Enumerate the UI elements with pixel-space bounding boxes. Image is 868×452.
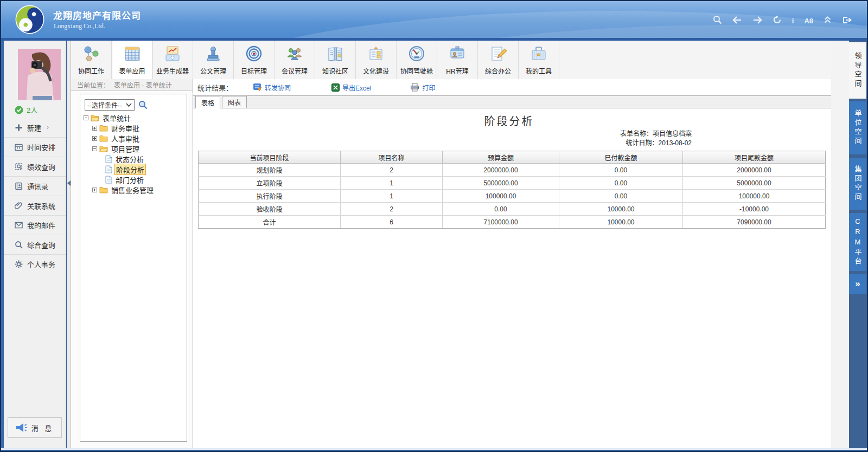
tab-chart[interactable]: 图表 — [222, 96, 247, 108]
forward-collab-button[interactable]: 转发协同 — [253, 83, 291, 92]
tree-leaf-phase-analysis[interactable]: 阶段分析 — [80, 164, 187, 175]
breadcrumb: 当前位置： 表单应用 - 表单统计 — [71, 79, 193, 91]
id-card-icon — [448, 43, 467, 65]
toolbar-item-hr[interactable]: HR管理 — [437, 41, 478, 79]
toolbar-item-knowledge[interactable]: 知识社区 — [315, 41, 356, 79]
document-icon — [105, 176, 112, 184]
forward-doc-icon — [253, 83, 262, 92]
bottom-frame-strip — [1, 448, 867, 450]
toolbar-item-collaboration[interactable]: 协同工作 — [71, 41, 112, 79]
col-header-balance: 项目尾款金额 — [683, 151, 826, 164]
tree-search-icon[interactable] — [138, 100, 148, 109]
calendar-icon — [15, 143, 23, 151]
font-size-icon[interactable]: A8 — [804, 17, 813, 25]
print-button[interactable]: 打印 — [410, 83, 435, 92]
sidebar-item-new[interactable]: 新建 › — [4, 118, 66, 137]
col-header-phase: 当前项目阶段 — [199, 151, 341, 164]
rail-tab-group-space[interactable]: 集团空间 — [849, 158, 866, 210]
stat-date-value: 2013-08-02 — [659, 139, 692, 147]
stats-result-label: 统计结果： — [197, 82, 233, 93]
toolbar-item-forms[interactable]: 表单应用 — [112, 41, 152, 79]
tree-node-projects[interactable]: 项目管理 — [80, 144, 187, 154]
sidebar-item-query[interactable]: 综合查询 — [4, 235, 66, 254]
magnifier-icon — [15, 241, 23, 249]
tree-node-root[interactable]: 表单统计 — [80, 113, 187, 123]
minus-box-icon[interactable] — [92, 146, 97, 151]
company-logo — [15, 5, 44, 34]
message-button[interactable]: 消 息 — [8, 417, 62, 438]
tree-leaf-department-analysis[interactable]: 部门分析 — [80, 175, 187, 185]
toolbar-item-cockpit[interactable]: 协同驾驶舱 — [397, 41, 437, 79]
sidebar-item-schedule[interactable]: 时间安排 — [4, 137, 66, 157]
minus-box-icon[interactable] — [84, 115, 88, 120]
app-window: 龙翔房地产有限公司 Longxiang Co.,Ltd. i A8 — [0, 0, 868, 452]
form-table-icon — [123, 43, 142, 65]
tree-node-sales[interactable]: 销售业务管理 — [80, 185, 187, 195]
tree-node-hr[interactable]: 人事审批 — [80, 133, 187, 144]
toolbar-item-generator[interactable]: 业务生成器 — [152, 41, 193, 79]
sidebar-item-personal[interactable]: 个人事务 — [4, 254, 66, 274]
collapse-up-icon[interactable] — [824, 16, 832, 26]
tree-node-finance[interactable]: 财务审批 — [80, 123, 187, 133]
sidebar-item-contacts[interactable]: 通讯录 — [4, 176, 66, 196]
rail-collapse-button[interactable]: » — [849, 274, 866, 294]
toolbar-item-documents[interactable]: 公文管理 — [193, 41, 234, 79]
logout-icon[interactable] — [842, 16, 852, 27]
condition-select[interactable]: --选择条件-- — [85, 99, 135, 111]
plus-box-icon[interactable] — [92, 188, 97, 192]
tree-leaf-status-analysis[interactable]: 状态分析 — [80, 154, 187, 164]
company-name-en: Longxiang Co.,Ltd. — [54, 22, 105, 30]
plus-box-icon[interactable] — [92, 136, 97, 141]
right-gap-strip — [831, 41, 849, 448]
col-header-project-count: 项目名称 — [341, 151, 443, 164]
toolbar-item-meetings[interactable]: 会议管理 — [275, 41, 315, 79]
col-header-budget: 预算金额 — [443, 151, 559, 164]
speaker-icon — [16, 423, 28, 432]
right-rail: 领导空间 单位空间 集团空间 CRM平台 » — [849, 41, 867, 448]
plus-box-icon[interactable] — [92, 126, 97, 131]
breadcrumb-path: 表单应用 - 表单统计 — [114, 80, 172, 89]
info-icon[interactable]: i — [792, 17, 794, 25]
toolbar-item-tools[interactable]: 我的工具 — [519, 41, 559, 79]
briefcase-icon — [529, 43, 548, 65]
sidebar-item-mail[interactable]: 我的邮件 — [4, 215, 66, 235]
export-excel-button[interactable]: 导出Excel — [331, 83, 371, 92]
document-pencil-icon — [489, 43, 507, 65]
printer-icon — [410, 83, 419, 92]
center-region: 协同工作 表单应用 业务生成器 公文管理 目标管理 会议管理 — [71, 41, 831, 448]
back-arrow-icon[interactable] — [732, 16, 742, 26]
collapse-left-icon[interactable] — [67, 180, 71, 186]
rail-tab-unit-space[interactable]: 单位空间 — [849, 101, 866, 154]
molecule-icon — [82, 43, 100, 65]
folder-icon — [99, 125, 108, 132]
table-total-row: 合计 6 7100000.00 10000.00 7090000.00 — [199, 216, 826, 229]
form-name-value: 项目信息档案 — [653, 130, 692, 138]
app-toolbar: 协同工作 表单应用 业务生成器 公文管理 目标管理 会议管理 — [71, 41, 831, 79]
toolbar-item-goals[interactable]: 目标管理 — [234, 41, 275, 79]
refresh-icon[interactable] — [773, 15, 782, 27]
toolbar-item-culture[interactable]: 文化建设 — [356, 41, 397, 79]
rail-tab-crm[interactable]: CRM平台 — [849, 213, 866, 271]
online-status[interactable]: 2人 — [15, 105, 37, 115]
sidebar-splitter[interactable] — [67, 41, 71, 448]
forward-arrow-icon[interactable] — [752, 16, 762, 26]
folder-open-icon — [91, 114, 99, 121]
search-icon[interactable] — [713, 15, 722, 27]
address-book-icon — [15, 182, 23, 190]
tree-panel: --选择条件-- 表单统计 财务审批 — [71, 91, 193, 448]
plus-icon — [15, 124, 23, 132]
sidebar-item-performance[interactable]: 绩效查询 — [4, 157, 66, 176]
tab-table[interactable]: 表格 — [195, 96, 220, 108]
user-avatar[interactable] — [18, 49, 61, 100]
rail-tab-leader-space[interactable]: 领导空间 — [849, 42, 866, 99]
people-group-icon — [285, 43, 304, 65]
sidebar-item-linked-systems[interactable]: 关联系统 — [4, 196, 66, 215]
generator-machine-icon — [163, 43, 182, 65]
document-icon — [105, 155, 112, 163]
gauge-icon — [407, 43, 426, 65]
company-name: 龙翔房地产有限公司 — [53, 8, 141, 22]
toolbar-item-office[interactable]: 综合办公 — [478, 41, 519, 79]
chevron-down-icon — [126, 103, 132, 107]
left-sidebar: 2人 新建 › 时间安排 绩效查询 通讯录 关联系统 — [4, 41, 66, 448]
paperclip-icon — [15, 202, 23, 210]
